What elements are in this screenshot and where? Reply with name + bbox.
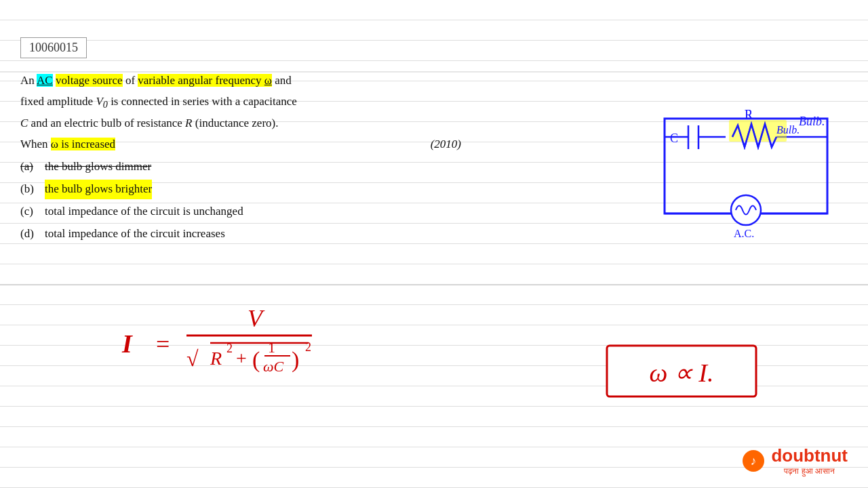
question-line-2: fixed amplitude V0 is connected in serie… bbox=[20, 92, 468, 113]
year-text: (2010) bbox=[431, 135, 461, 155]
svg-text:ωC: ωC bbox=[263, 358, 284, 375]
formula-section: I = V √ R 2 + ( 1 ωC ) 2 bbox=[81, 291, 488, 427]
omega-increased-highlight: ω is increased bbox=[51, 138, 115, 150]
svg-text:C: C bbox=[670, 131, 678, 145]
svg-text:Bulb.: Bulb. bbox=[799, 115, 825, 128]
option-c-text: total impedance of the circuit is unchan… bbox=[45, 202, 243, 222]
question-line-1: An AC voltage source of variable angular… bbox=[20, 71, 468, 91]
option-b: (b) the bulb glows brighter bbox=[20, 180, 468, 199]
option-a: (a) the bulb glows dimmer bbox=[20, 157, 468, 177]
option-a-text: the bulb glows dimmer bbox=[45, 157, 151, 177]
options-list: (a) the bulb glows dimmer (b) the bulb g… bbox=[20, 157, 468, 244]
logo-tagline: पढ़ना हुआ आसान bbox=[771, 466, 848, 476]
svg-text:1: 1 bbox=[268, 339, 275, 356]
svg-text:Bulb.: Bulb. bbox=[776, 124, 800, 136]
top-separator bbox=[0, 71, 868, 73]
svg-text:): ) bbox=[292, 347, 299, 373]
logo-text-group: doubtnut पढ़ना हुआ आसान bbox=[771, 445, 848, 476]
svg-text:2: 2 bbox=[305, 340, 311, 354]
question-area: An AC voltage source of variable angular… bbox=[20, 71, 468, 247]
svg-text:R: R bbox=[210, 348, 222, 369]
svg-text:2: 2 bbox=[226, 342, 233, 355]
option-b-label: (b) bbox=[20, 180, 45, 199]
svg-point-15 bbox=[731, 195, 761, 225]
option-c-label: (c) bbox=[20, 202, 45, 222]
freq-highlight: variable angular frequency ω bbox=[138, 74, 272, 87]
svg-text:ω ∝ I.: ω ∝ I. bbox=[650, 359, 714, 387]
svg-text:♪: ♪ bbox=[751, 454, 757, 468]
ac-highlight: AC bbox=[37, 74, 53, 87]
main-container: 10060015 An AC voltage source of variabl… bbox=[0, 0, 868, 488]
option-b-text: the bulb glows brighter bbox=[45, 180, 152, 199]
logo-name: doubtnut bbox=[771, 445, 848, 466]
svg-text:+: + bbox=[236, 348, 247, 369]
option-d-text: total impedance of the circuit increases bbox=[45, 224, 225, 244]
option-d: (d) total impedance of the circuit incre… bbox=[20, 224, 468, 244]
question-id-text: 10060015 bbox=[29, 41, 78, 54]
question-line-3: C and an electric bulb of resistance R (… bbox=[20, 114, 468, 134]
option-a-label: (a) bbox=[20, 157, 45, 177]
svg-text:=: = bbox=[156, 331, 170, 358]
svg-text:R: R bbox=[745, 108, 753, 121]
circuit-diagram: C R Bulb. R Bulb. A.C. bbox=[651, 105, 841, 254]
section-separator bbox=[0, 285, 868, 285]
question-id-box: 10060015 bbox=[20, 37, 87, 58]
doubtnut-icon: ♪ bbox=[741, 449, 766, 473]
svg-text:V: V bbox=[248, 305, 265, 332]
option-d-label: (d) bbox=[20, 224, 45, 244]
when-omega-text: When ω is increased bbox=[20, 135, 115, 155]
logo-area: ♪ doubtnut पढ़ना हुआ आसान bbox=[741, 445, 848, 476]
svg-text:I: I bbox=[121, 329, 133, 358]
omega-proportional-box: ω ∝ I. bbox=[604, 342, 760, 403]
svg-text:√: √ bbox=[186, 346, 199, 371]
option-c: (c) total impedance of the circuit is un… bbox=[20, 202, 468, 222]
svg-text:(: ( bbox=[252, 347, 260, 373]
svg-text:A.C.: A.C. bbox=[734, 228, 754, 239]
question-line-4: When ω is increased (2010) bbox=[20, 135, 468, 155]
voltage-source-highlight: voltage source bbox=[56, 74, 123, 87]
